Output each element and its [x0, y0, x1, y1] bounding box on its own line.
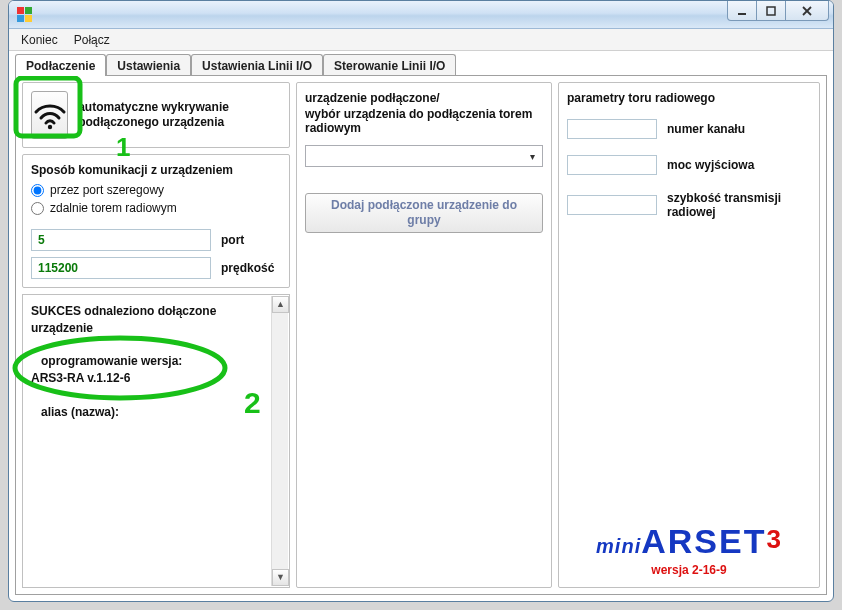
svg-rect-1 — [767, 7, 775, 15]
close-button[interactable] — [785, 1, 829, 21]
tab-podlaczenie[interactable]: Podłaczenie — [15, 54, 106, 76]
brand-sup: 3 — [766, 524, 781, 554]
log-line-4: alias (nazwa): — [31, 404, 269, 421]
autodetect-label: automatyczne wykrywanie podłączonego urz… — [78, 100, 281, 130]
app-window: Koniec Połącz Podłaczenie Ustawienia Ust… — [8, 0, 834, 602]
radio-rf-input[interactable] — [31, 202, 44, 215]
brand-name: ARSET — [641, 522, 766, 560]
log-line-3: ARS3-RA v.1.12-6 — [31, 370, 269, 387]
speed-label: szybkość transmisji radiowej — [667, 191, 811, 220]
port-input[interactable] — [31, 229, 211, 251]
brand-version: wersja 2-16-9 — [567, 563, 811, 577]
add-device-button[interactable]: Dodaj podłączone urządzenie do grupy — [305, 193, 543, 233]
maximize-button[interactable] — [756, 1, 786, 21]
power-label: moc wyjściowa — [667, 158, 754, 172]
tab-sterowanie-linii-io[interactable]: Sterowanie Linii I/O — [323, 54, 456, 76]
log-output: SUKCES odnaleziono dołączone urządzenie … — [22, 294, 290, 588]
speed-input[interactable] — [567, 195, 657, 215]
autodetect-button[interactable] — [31, 91, 68, 139]
channel-label: numer kanału — [667, 122, 745, 136]
baud-label: prędkość — [221, 261, 274, 275]
minimize-button[interactable] — [727, 1, 757, 21]
comm-method-group: Sposób komunikacji z urządzeniem przez p… — [22, 154, 290, 288]
tab-ustawienia[interactable]: Ustawienia — [106, 54, 191, 76]
channel-input[interactable] — [567, 119, 657, 139]
radio-rf[interactable]: zdalnie torem radiowym — [31, 201, 281, 215]
chevron-down-icon: ▾ — [524, 148, 540, 164]
baud-input[interactable] — [31, 257, 211, 279]
menu-koniec[interactable]: Koniec — [13, 31, 66, 49]
log-scrollbar[interactable]: ▲ ▼ — [271, 296, 288, 586]
tab-panel: automatyczne wykrywanie podłączonego urz… — [15, 75, 827, 595]
comm-legend: Sposób komunikacji z urządzeniem — [31, 163, 281, 177]
device-combo[interactable]: ▾ — [305, 145, 543, 167]
menubar: Koniec Połącz — [9, 29, 833, 51]
wifi-icon — [33, 100, 67, 130]
log-line-2: oprogramowanie wersja: — [31, 353, 269, 370]
svg-point-4 — [47, 125, 51, 129]
menu-polacz[interactable]: Połącz — [66, 31, 118, 49]
log-line-1: SUKCES odnaleziono dołączone urządzenie — [31, 303, 269, 337]
brand-mini: mini — [596, 535, 641, 557]
radio-serial-input[interactable] — [31, 184, 44, 197]
brand-block: miniARSET3 wersja 2-16-9 — [567, 516, 811, 579]
radio-params-legend: parametry toru radiowego — [567, 91, 811, 105]
radio-params-group: parametry toru radiowego numer kanału mo… — [558, 82, 820, 588]
radio-serial[interactable]: przez port szeregowy — [31, 183, 281, 197]
device-legend-b: wybór urządzenia do podłączenia torem ra… — [305, 107, 543, 135]
titlebar[interactable] — [9, 1, 833, 29]
scroll-up-icon[interactable]: ▲ — [272, 296, 289, 313]
scroll-down-icon[interactable]: ▼ — [272, 569, 289, 586]
power-input[interactable] — [567, 155, 657, 175]
tabstrip: Podłaczenie Ustawienia Ustawienia Linii … — [15, 51, 827, 75]
device-legend-a: urządzenie podłączone/ — [305, 91, 543, 105]
app-icon — [17, 7, 33, 23]
device-group: urządzenie podłączone/ wybór urządzenia … — [296, 82, 552, 588]
port-label: port — [221, 233, 244, 247]
tab-ustawienia-linii-io[interactable]: Ustawienia Linii I/O — [191, 54, 323, 76]
